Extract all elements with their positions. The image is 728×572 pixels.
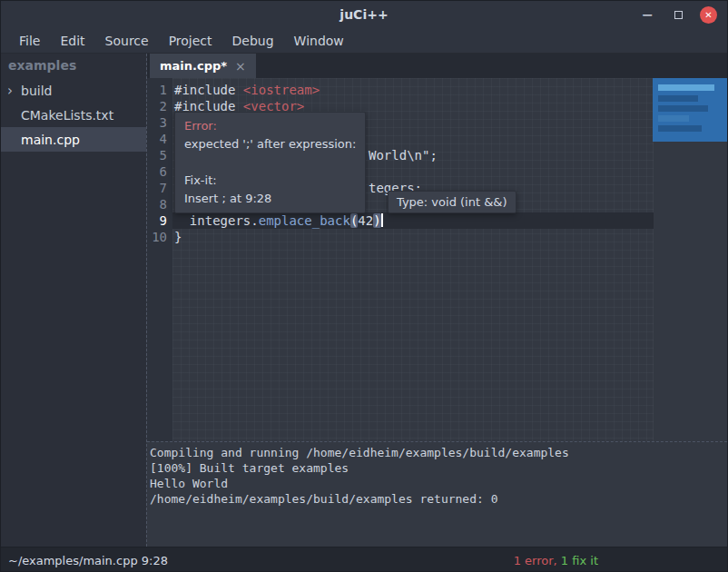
terminal-line: [100%] Built target examples [150,460,727,476]
code-segment: emplace_back [259,213,350,228]
tree-item-cmakelists-txt[interactable]: CMakeLists.txt [1,103,146,127]
content-area: examples ›buildCMakeLists.txtmain.cpp ma… [1,54,727,547]
menu-item-debug[interactable]: Debug [222,31,284,51]
tabbar: main.cpp* × [147,54,727,78]
menubar: FileEditSourceProjectDebugWindow [1,28,727,54]
tooltip-line [184,153,356,172]
menu-item-source[interactable]: Source [95,31,159,51]
minimap-line [658,125,702,132]
minimap-line [658,105,708,112]
status-file-position: ~/examples/main.cpp 9:28 [8,554,168,567]
line-number-2: 2 [147,98,167,114]
menu-item-file[interactable]: File [9,31,50,51]
tooltip-line: Error: [184,117,356,135]
code-segment: integers. [174,213,259,228]
menu-item-window[interactable]: Window [284,31,354,51]
code-segment: World\n"; [369,147,438,163]
code-line-1[interactable]: #include <iostream> [172,82,727,98]
terminal-line: /home/eidheim/examples/build/examples re… [150,491,727,507]
restore-icon [674,11,683,19]
editor[interactable]: 12345678910 #include <iostream>#include … [147,78,727,441]
minimap-line [658,84,714,91]
code-overview [653,78,727,142]
minimap-line [658,115,689,122]
menu-item-project[interactable]: Project [159,31,222,51]
menu-item-edit[interactable]: Edit [50,31,94,51]
tree-item-label: main.cpp [21,133,80,147]
line-number-1: 1 [147,82,167,98]
line-numbers: 12345678910 [147,78,172,441]
line-number-4: 4 [147,131,167,147]
tab-main-cpp[interactable]: main.cpp* × [150,54,256,78]
line-number-6: 6 [147,163,167,180]
tree-item-build[interactable]: ›build [1,78,146,103]
code-segment: ) [373,213,380,228]
code-segment: #include [174,83,243,97]
line-number-8: 8 [147,196,167,212]
titlebar[interactable]: juCi++ − ✕ [1,1,727,28]
text-cursor [381,213,383,227]
code-line-9[interactable]: integers.emplace_back(42) [172,212,654,229]
window-title: juCi++ [1,7,727,22]
code-segment: <iostream> [243,83,320,97]
line-number-10: 10 [147,229,167,245]
minimize-icon: − [641,6,653,24]
window-controls: − ✕ [638,5,727,24]
minimap-line [658,95,698,102]
fixit-count: 1 fix it [561,554,598,567]
project-name: examples [1,54,146,78]
file-tree: ›buildCMakeLists.txtmain.cpp [1,78,146,152]
terminal-line: Hello World [150,476,727,491]
file-tree-panel: examples ›buildCMakeLists.txtmain.cpp [1,54,146,547]
status-diagnostics: 1 error, 1 fix it [514,554,598,567]
code-line-10[interactable]: } [172,229,727,245]
tooltip-line: Fix-it: [184,172,356,190]
close-icon: ✕ [704,10,712,20]
terminal-panel[interactable]: Compiling and running /home/eidheim/exam… [147,441,727,547]
line-number-7: 7 [147,180,167,196]
error-count: 1 error [514,554,554,567]
tab-close-icon[interactable]: × [235,59,246,74]
type-tooltip-text: Type: void (int &&) [397,195,507,209]
minimize-button[interactable]: − [638,5,656,24]
close-button[interactable]: ✕ [700,6,717,24]
tooltip-line: expected ';' after expression: [184,135,356,153]
jucipp-window: juCi++ − ✕ FileEditSourceProjectDebugWin… [0,0,728,572]
line-number-3: 3 [147,114,167,131]
tab-label: main.cpp* [160,59,227,73]
tooltip-line: Insert ; at 9:28 [184,190,356,208]
diagnostic-tooltip: Error:expected ';' after expression: Fix… [174,112,366,213]
line-number-5: 5 [147,147,167,163]
restore-button[interactable] [669,5,687,24]
main-pane: main.cpp* × 12345678910 #include <iostre… [146,54,727,547]
terminal-line: Compiling and running /home/eidheim/exam… [150,445,727,460]
status-separator: , [554,554,561,567]
code-segment: 42 [358,213,373,228]
statusbar: ~/examples/main.cpp 9:28 1 error, 1 fix … [1,547,727,572]
chevron-right-icon[interactable]: › [7,83,13,99]
code-segment: } [174,230,182,244]
type-tooltip: Type: void (int &&) [388,191,516,213]
tree-item-label: CMakeLists.txt [21,108,113,123]
tree-item-label: build [21,84,52,98]
line-number-9: 9 [147,212,167,229]
tree-item-main-cpp[interactable]: main.cpp [1,127,146,152]
